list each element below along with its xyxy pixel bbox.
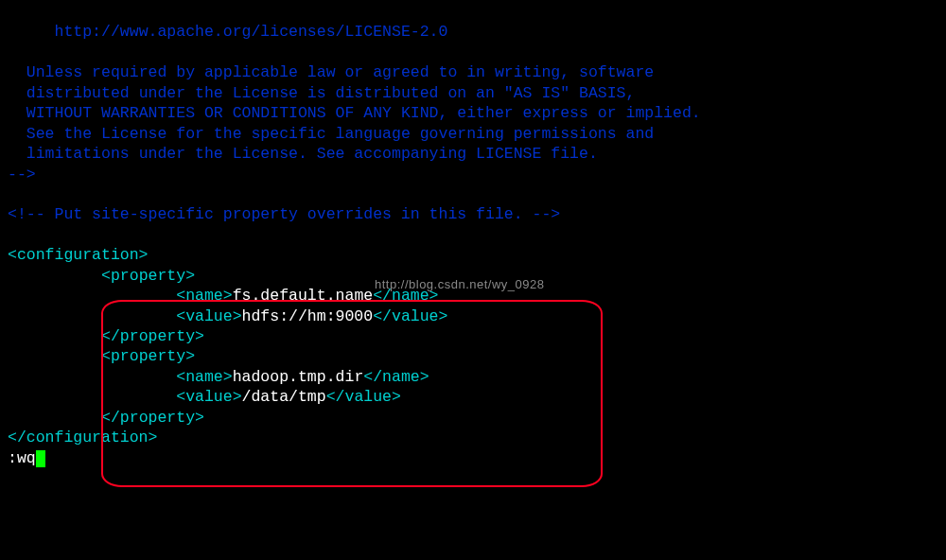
configuration-close-tag: </configuration> (8, 429, 157, 446)
property-value-value: /data/tmp (242, 388, 326, 406)
configuration-open-tag: <configuration> (8, 246, 149, 264)
property-close: </property> (8, 327, 204, 345)
property-value-line: <value>/data/tmp</value> (8, 388, 401, 406)
property-open-tag: <property> (101, 347, 195, 365)
cursor-icon (36, 450, 45, 467)
property-value-value: hdfs://hm:9000 (242, 307, 374, 325)
license-paragraph: distributed under the License is distrib… (8, 84, 635, 102)
license-url: http://www.apache.org/licenses/LICENSE-2… (8, 23, 447, 41)
property-open-tag: <property> (101, 267, 195, 285)
watermark-text: http://blog.csdn.net/wy_0928 (375, 277, 545, 293)
property-close-tag: </property> (101, 327, 204, 345)
value-close-tag: </value> (373, 307, 447, 325)
vi-command-line[interactable]: :wq (8, 449, 45, 467)
property-value-line: <value>hdfs://hm:9000</value> (8, 307, 447, 325)
terminal-editor-viewport[interactable]: http://www.apache.org/licenses/LICENSE-2… (8, 2, 938, 468)
value-open-tag: <value> (176, 388, 241, 406)
property-name-value: fs.default.name (233, 287, 374, 305)
name-open-tag: <name> (176, 287, 232, 305)
property-name-value: hadoop.tmp.dir (233, 368, 364, 386)
license-paragraph: Unless required by applicable law or agr… (8, 63, 654, 81)
license-paragraph: limitations under the License. See accom… (8, 145, 598, 163)
value-close-tag: </value> (326, 388, 401, 406)
property-name-line: <name>hadoop.tmp.dir</name> (8, 368, 429, 386)
name-open-tag: <name> (176, 368, 232, 386)
name-close-tag: </name> (363, 368, 429, 386)
comment-close: --> (8, 166, 36, 184)
site-comment: <!-- Put site-specific property override… (8, 205, 560, 223)
license-paragraph: WITHOUT WARRANTIES OR CONDITIONS OF ANY … (8, 104, 701, 122)
property-close-tag: </property> (101, 409, 204, 427)
property-block: <property> (8, 267, 195, 285)
property-close: </property> (8, 409, 204, 427)
license-paragraph: See the License for the specific languag… (8, 125, 654, 143)
property-block: <property> (8, 347, 195, 365)
value-open-tag: <value> (176, 307, 241, 325)
